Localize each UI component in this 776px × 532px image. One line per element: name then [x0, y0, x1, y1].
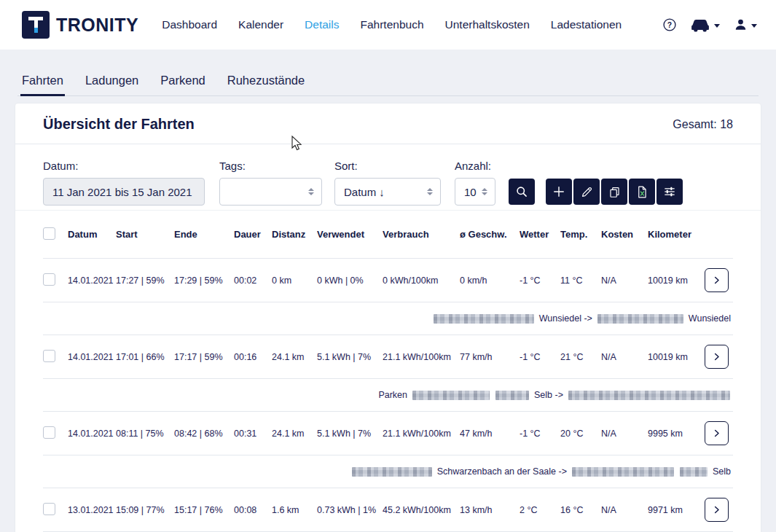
page-title: Übersicht der Fahrten: [43, 116, 195, 133]
filter-bar: Datum: 11 Jan 2021 bis 15 Jan 2021 Tags:…: [15, 144, 761, 211]
columns-settings-button[interactable]: [657, 179, 683, 205]
cell-kosten: N/A: [601, 275, 648, 286]
cell-verwendet: 5.1 kWh | 7%: [317, 429, 383, 439]
row-checkbox[interactable]: [43, 273, 55, 286]
col-start: Start: [116, 229, 174, 240]
card-header: Übersicht der Fahrten Gesamt: 18: [15, 103, 761, 144]
cell-ende: 08:42 | 68%: [174, 429, 234, 439]
cell-geschw: 13 km/h: [460, 505, 520, 515]
tronity-logo-icon: [22, 11, 50, 39]
plus-icon: [552, 184, 566, 199]
table-row: 14.01.2021 17:27 | 59% 17:29 | 59% 00:02…: [43, 259, 733, 302]
nav-unterhaltskosten[interactable]: Unterhaltskosten: [445, 18, 530, 31]
route-row: Wunsiedel ->Wunsiedel: [43, 302, 733, 335]
row-expand-button[interactable]: [705, 268, 729, 292]
nav-ladestationen[interactable]: Ladestationen: [551, 18, 622, 31]
date-range-input[interactable]: 11 Jan 2021 bis 15 Jan 2021: [43, 178, 205, 206]
cell-distanz: 24.1 km: [272, 352, 317, 362]
cell-wetter: -1 °C: [520, 275, 560, 286]
trips-table: Datum Start Ende Dauer Distanz Verwendet…: [15, 211, 761, 532]
cell-ende: 15:17 | 76%: [174, 505, 234, 515]
sort-select[interactable]: Datum ↓: [334, 178, 441, 206]
nav-fahrtenbuch[interactable]: Fahrtenbuch: [360, 18, 423, 31]
cell-datum: 14.01.2021: [68, 429, 116, 439]
user-menu-button[interactable]: [734, 17, 757, 32]
tags-select[interactable]: [219, 178, 322, 206]
brand-logo[interactable]: TRONITY: [22, 11, 138, 39]
cell-wetter: -1 °C: [520, 429, 560, 439]
redacted-address: [352, 467, 432, 477]
car-icon: [691, 17, 710, 32]
tab-fahrten[interactable]: Fahrten: [20, 74, 65, 96]
col-distanz: Distanz: [272, 229, 317, 240]
chevron-right-icon: [711, 275, 722, 286]
row-expand-button[interactable]: [705, 498, 729, 522]
col-verwendet: Verwendet: [317, 229, 383, 240]
redacted-address: [495, 391, 529, 400]
row-expand-button[interactable]: [705, 345, 729, 369]
count-select[interactable]: 10: [455, 178, 495, 206]
col-geschw: ø Geschw.: [460, 229, 520, 240]
vehicle-menu-button[interactable]: [691, 17, 720, 32]
nav-dashboard[interactable]: Dashboard: [162, 18, 217, 31]
table-row: 14.01.2021 08:11 | 75% 08:42 | 68% 00:31…: [43, 412, 733, 455]
cell-start: 17:01 | 66%: [116, 352, 174, 362]
cell-kosten: N/A: [601, 429, 648, 439]
cell-dauer: 00:31: [234, 429, 272, 439]
cell-dauer: 00:02: [234, 275, 272, 286]
route-text: Wunsiedel: [689, 313, 731, 324]
row-checkbox[interactable]: [43, 503, 55, 515]
cell-wetter: 2 °C: [520, 505, 560, 515]
nav-details[interactable]: Details: [305, 18, 339, 31]
cell-temp: 16 °C: [560, 505, 601, 515]
cell-distanz: 1.6 km: [272, 505, 317, 515]
cell-datum: 14.01.2021: [68, 275, 116, 286]
cell-distanz: 24.1 km: [272, 429, 317, 439]
main-nav: Dashboard Kalender Details Fahrtenbuch U…: [162, 18, 622, 31]
edit-button[interactable]: [573, 179, 600, 205]
cell-verbrauch: 45.2 kWh/100km: [383, 505, 460, 515]
row-checkbox[interactable]: [43, 350, 55, 362]
add-button[interactable]: [546, 179, 572, 205]
row-expand-button[interactable]: [705, 421, 729, 445]
count-select-value: 10: [464, 186, 477, 198]
cell-kosten: N/A: [601, 505, 648, 515]
pencil-icon: [580, 185, 594, 199]
redacted-address: [597, 314, 683, 324]
search-button[interactable]: [509, 179, 535, 205]
col-datum: Datum: [68, 229, 116, 240]
nav-kalender[interactable]: Kalender: [238, 18, 283, 31]
sort-select-value: Datum ↓: [344, 186, 385, 198]
row-checkbox[interactable]: [43, 426, 55, 439]
table-row: 13.01.2021 15:09 | 77% 15:17 | 76% 00:08…: [43, 488, 733, 532]
excel-icon: [635, 185, 649, 199]
cell-verwendet: 5.1 kWh | 7%: [317, 352, 383, 362]
cell-kilometer: 9971 km: [648, 505, 705, 515]
date-label: Datum:: [43, 160, 205, 172]
export-excel-button[interactable]: [629, 179, 655, 205]
count-label: Anzahl:: [455, 160, 495, 172]
redacted-address: [412, 391, 490, 400]
chevron-right-icon: [711, 351, 722, 362]
trips-card: Übersicht der Fahrten Gesamt: 18 Datum: …: [15, 103, 761, 532]
cell-wetter: -1 °C: [520, 352, 560, 362]
redacted-address: [680, 467, 708, 477]
cell-kilometer: 10019 km: [648, 352, 705, 362]
tab-parkend[interactable]: Parkend: [159, 74, 206, 96]
sort-label: Sort:: [334, 160, 441, 172]
top-bar: TRONITY Dashboard Kalender Details Fahrt…: [0, 0, 776, 50]
select-all-checkbox[interactable]: [43, 227, 55, 240]
cell-temp: 11 °C: [560, 275, 601, 286]
table-row: 14.01.2021 17:01 | 66% 17:17 | 59% 00:16…: [43, 335, 733, 379]
help-button[interactable]: ?: [662, 17, 677, 32]
cell-start: 08:11 | 75%: [116, 429, 174, 439]
cell-kosten: N/A: [601, 352, 648, 362]
redacted-address: [568, 391, 730, 400]
route-row: ParkenSelb ->: [43, 379, 733, 412]
cell-verwendet: 0.73 kWh | 1%: [317, 505, 383, 515]
tab-ruhezustaende[interactable]: Ruhezustände: [226, 74, 306, 96]
tab-ladungen[interactable]: Ladungen: [84, 74, 140, 96]
copy-button[interactable]: [601, 179, 627, 205]
cell-geschw: 47 km/h: [460, 429, 520, 439]
caret-down-icon: [751, 24, 757, 28]
